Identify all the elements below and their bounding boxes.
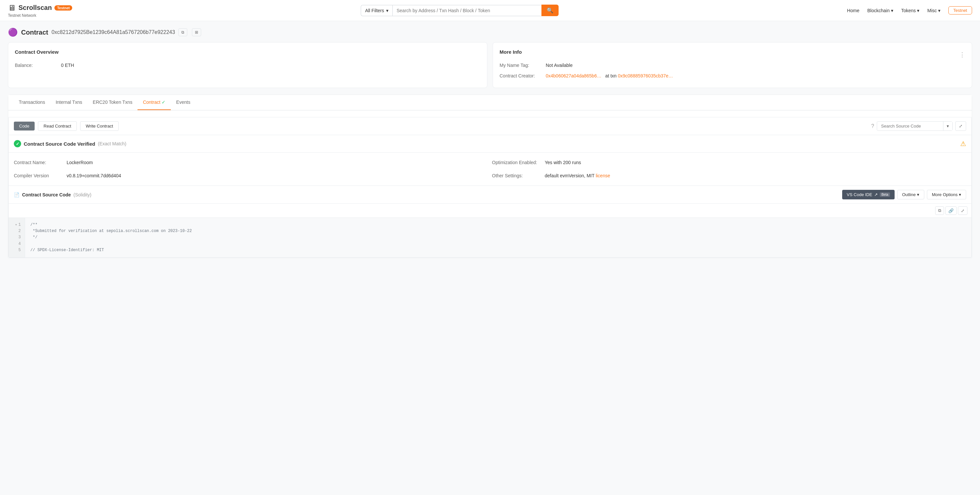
source-file-icon: 📄 bbox=[14, 192, 19, 197]
name-tag-label: My Name Tag: bbox=[500, 63, 546, 68]
optimization-row: Optimization Enabled: Yes with 200 runs bbox=[492, 158, 966, 167]
more-info-menu-button[interactable]: ⋮ bbox=[959, 51, 965, 58]
tab-internal-txns[interactable]: Internal Txns bbox=[51, 95, 88, 110]
logo-row: 🖥 Scrollscan Testnet bbox=[8, 3, 72, 13]
optimization-value: Yes with 200 runs bbox=[545, 160, 581, 165]
testnet-badge: Testnet bbox=[54, 5, 72, 11]
balance-row: Balance: 0 ETH bbox=[15, 60, 480, 71]
tab-erc20-token[interactable]: ERC20 Token Txns bbox=[88, 95, 137, 110]
more-options-button[interactable]: More Options ▾ bbox=[927, 190, 966, 199]
vscode-external-icon: ↗ bbox=[874, 192, 878, 197]
blockchain-chevron-icon: ▾ bbox=[891, 8, 893, 13]
nav-blockchain[interactable]: Blockchain ▾ bbox=[867, 8, 893, 13]
creator-at-text bbox=[603, 73, 604, 78]
creator-value: 0x4b060627a04da865b6… at txn 0x9c0888597… bbox=[546, 73, 673, 78]
balance-label: Balance: bbox=[15, 63, 61, 68]
search-bar: All Filters ▾ 🔍 bbox=[361, 5, 558, 16]
settings-value: default evmVersion, MIT license bbox=[545, 173, 610, 178]
line-num-2: 2 bbox=[13, 228, 21, 234]
search-button[interactable]: 🔍 bbox=[541, 5, 558, 16]
contract-verified-icon: ✓ bbox=[162, 100, 165, 105]
code-line-2: *Submitted for verification at sepolia.s… bbox=[30, 228, 966, 234]
expand-source-button[interactable]: ⤢ bbox=[955, 121, 966, 131]
read-contract-button[interactable]: Read Contract bbox=[38, 121, 77, 131]
nav-tokens[interactable]: Tokens ▾ bbox=[901, 8, 920, 13]
tab-contract[interactable]: Contract ✓ bbox=[137, 95, 171, 110]
contract-name-label: Contract Name: bbox=[14, 160, 67, 165]
code-toolbar: Code Read Contract Write Contract ? ▾ ⤢ bbox=[8, 117, 972, 135]
vscode-button[interactable]: VS Code IDE ↗ Beta bbox=[842, 190, 895, 199]
settings-row: Other Settings: default evmVersion, MIT … bbox=[492, 171, 966, 180]
outline-button[interactable]: Outline ▾ bbox=[897, 190, 924, 199]
link-code-button[interactable]: 🔗 bbox=[945, 206, 956, 215]
code-container: ⧉ 🔗 ⤢ ▾ 1 2 3 4 5 /** *Submitted fo bbox=[8, 203, 972, 258]
tab-transactions[interactable]: Transactions bbox=[14, 95, 51, 110]
header: 🖥 Scrollscan Testnet Testnet Network All… bbox=[0, 0, 980, 21]
compiler-label: Compiler Version bbox=[14, 173, 67, 178]
nav-home[interactable]: Home bbox=[847, 8, 859, 13]
logo-text: Scrollscan bbox=[19, 4, 52, 11]
expand-code-button[interactable]: ⤢ bbox=[958, 206, 967, 215]
search-source-input[interactable] bbox=[877, 122, 943, 130]
warning-icon: ⚠ bbox=[960, 140, 966, 148]
code-line-1: /** bbox=[30, 222, 966, 228]
line-num-4: 4 bbox=[13, 241, 21, 247]
line-num-3: 3 bbox=[13, 234, 21, 241]
help-icon[interactable]: ? bbox=[871, 123, 874, 129]
more-options-chevron-icon: ▾ bbox=[959, 192, 961, 197]
filter-chevron-icon: ▾ bbox=[386, 8, 388, 13]
outline-chevron-icon: ▾ bbox=[917, 192, 920, 197]
line-num-1: ▾ 1 bbox=[13, 222, 21, 228]
contract-tab-label: Contract ✓ bbox=[143, 100, 165, 105]
filter-label: All Filters bbox=[365, 8, 384, 13]
creator-address-link[interactable]: 0x4b060627a04da865b6… bbox=[546, 73, 601, 78]
source-title-sub: (Solidity) bbox=[73, 192, 91, 197]
compiler-row: Compiler Version v0.8.19+commit.7dd6d404 bbox=[14, 171, 488, 180]
optimization-label: Optimization Enabled: bbox=[492, 160, 545, 165]
contract-icon: 🟣 bbox=[8, 28, 18, 37]
beta-badge: Beta bbox=[880, 192, 890, 197]
network-label: Testnet Network bbox=[8, 13, 72, 18]
search-input[interactable] bbox=[392, 5, 541, 16]
code-line-5: // SPDX-License-Identifier: MIT bbox=[30, 247, 966, 254]
nav: Home Blockchain ▾ Tokens ▾ Misc ▾ Testne… bbox=[847, 6, 972, 14]
code-line-4 bbox=[30, 241, 966, 247]
source-title-text: Contract Source Code bbox=[22, 192, 71, 197]
code-body: ▾ 1 2 3 4 5 /** *Submitted for verificat… bbox=[9, 218, 971, 257]
contract-name-value: LockerRoom bbox=[67, 160, 93, 165]
line-num-5: 5 bbox=[13, 247, 21, 254]
verified-banner-left: ✓ Contract Source Code Verified (Exact M… bbox=[14, 140, 126, 147]
code-lines: /** *Submitted for verification at sepol… bbox=[25, 218, 971, 257]
tab-events[interactable]: Events bbox=[171, 95, 196, 110]
qr-code-button[interactable]: ⊞ bbox=[192, 29, 201, 36]
copy-address-button[interactable]: ⧉ bbox=[178, 29, 187, 36]
creator-row: Contract Creator: 0x4b060627a04da865b6… … bbox=[500, 71, 965, 81]
more-info-header: More Info ⋮ bbox=[500, 49, 965, 60]
cards-row: Contract Overview Balance: 0 ETH More In… bbox=[8, 42, 972, 88]
name-tag-value: Not Available bbox=[546, 63, 573, 68]
code-actions: ⧉ 🔗 ⤢ bbox=[9, 204, 971, 218]
source-header: 📄 Contract Source Code (Solidity) VS Cod… bbox=[8, 186, 972, 203]
write-contract-button[interactable]: Write Contract bbox=[80, 121, 119, 131]
tabs-row: Transactions Internal Txns ERC20 Token T… bbox=[8, 95, 972, 110]
creator-txn-link[interactable]: 0x9c08885976035cb37e… bbox=[618, 73, 673, 78]
balance-value: 0 ETH bbox=[61, 63, 74, 68]
contract-address: 0xc8212d7925Be1239c64A81a5767206b77e9222… bbox=[51, 29, 175, 35]
search-source-chevron[interactable]: ▾ bbox=[943, 122, 952, 130]
creator-at-label: at txn bbox=[605, 73, 617, 78]
filter-select[interactable]: All Filters ▾ bbox=[361, 5, 392, 16]
code-line-3: */ bbox=[30, 234, 966, 241]
verified-banner: ✓ Contract Source Code Verified (Exact M… bbox=[8, 135, 972, 152]
collapse-arrow-1: ▾ bbox=[15, 222, 17, 228]
header-left: 🖥 Scrollscan Testnet Testnet Network bbox=[8, 3, 72, 18]
license-link[interactable]: license bbox=[596, 173, 610, 178]
misc-chevron-icon: ▾ bbox=[938, 8, 940, 13]
main-content: 🟣 Contract 0xc8212d7925Be1239c64A81a5767… bbox=[0, 21, 980, 265]
tabs-container: Transactions Internal Txns ERC20 Token T… bbox=[8, 95, 972, 258]
code-button[interactable]: Code bbox=[14, 122, 35, 130]
nav-misc[interactable]: Misc ▾ bbox=[927, 8, 940, 13]
testnet-button[interactable]: Testnet bbox=[948, 6, 972, 14]
copy-code-button[interactable]: ⧉ bbox=[935, 206, 944, 215]
page-title-row: 🟣 Contract 0xc8212d7925Be1239c64A81a5767… bbox=[8, 28, 972, 37]
more-info-card: More Info ⋮ My Name Tag: Not Available C… bbox=[493, 42, 972, 88]
